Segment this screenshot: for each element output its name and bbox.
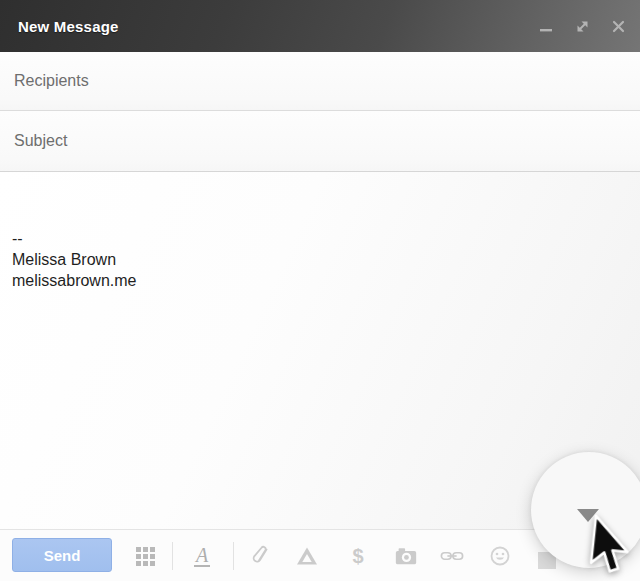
apps-grid-glyph xyxy=(136,547,155,566)
expand-icon[interactable] xyxy=(572,16,592,36)
insert-photo-icon[interactable] xyxy=(394,543,418,569)
insert-link-icon[interactable] xyxy=(440,543,464,569)
recipients-input[interactable] xyxy=(0,52,640,110)
compose-window: New Message xyxy=(0,0,640,581)
minimize-icon[interactable] xyxy=(536,16,556,36)
insert-money-icon[interactable]: $ xyxy=(346,543,370,569)
text-formatting-icon[interactable]: A xyxy=(190,543,214,569)
email-signature: -- Melissa Brown melissabrown.me xyxy=(12,228,136,291)
subject-row[interactable] xyxy=(0,111,640,172)
more-options-arrow-icon[interactable] xyxy=(577,509,599,522)
send-button[interactable]: Send xyxy=(12,538,112,572)
signature-name: Melissa Brown xyxy=(12,249,136,270)
signature-website: melissabrown.me xyxy=(12,270,136,291)
window-title: New Message xyxy=(18,18,119,35)
titlebar[interactable]: New Message xyxy=(0,0,640,52)
insert-emoji-icon[interactable] xyxy=(488,543,512,569)
google-drive-icon[interactable] xyxy=(295,543,319,569)
titlebar-controls xyxy=(536,0,628,52)
toolbar-divider xyxy=(233,542,234,570)
attach-file-icon[interactable] xyxy=(250,543,274,569)
signature-separator: -- xyxy=(12,228,136,249)
close-icon[interactable] xyxy=(608,16,628,36)
recipients-row[interactable] xyxy=(0,52,640,111)
apps-grid-icon[interactable] xyxy=(133,543,157,569)
toolbar-divider xyxy=(172,542,173,570)
subject-input[interactable] xyxy=(0,111,640,171)
